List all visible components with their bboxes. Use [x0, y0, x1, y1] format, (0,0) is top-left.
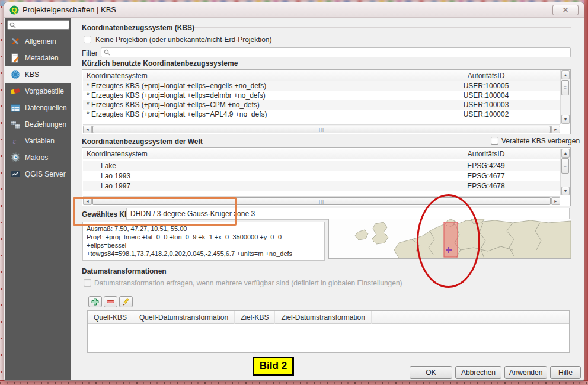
- table-icon: [10, 102, 21, 113]
- sidebar-item-datenquellen[interactable]: Datenquellen: [5, 100, 71, 116]
- search-icon: [104, 49, 110, 56]
- pencil-icon: [122, 298, 130, 306]
- sidebar-item-label: Variablen: [25, 137, 55, 145]
- sidebar-item-label: Makros: [25, 153, 48, 162]
- crs-proj4-line2: +towgs84=598.1,73.7,418.2,0.202,0.045,-2…: [87, 249, 321, 258]
- tools-icon: [10, 36, 21, 47]
- sidebar-item-label: Allgemein: [25, 37, 56, 46]
- sidebar-item-variablen[interactable]: ε Variablen: [5, 133, 71, 149]
- sidebar-item-allgemein[interactable]: Allgemein: [5, 33, 71, 50]
- column-header-source-transform[interactable]: Quell-Datumstransformation: [133, 311, 235, 324]
- ask-datum-checkbox[interactable]: [84, 279, 91, 287]
- scroll-right-icon[interactable]: ►: [551, 197, 560, 205]
- document-pencil-icon: [10, 53, 21, 63]
- scroll-down-icon[interactable]: ▼: [561, 115, 570, 124]
- edit-transformation-button[interactable]: [119, 296, 133, 307]
- world-crs-title: Koordinatenbezugssystem der Welt: [82, 137, 203, 146]
- column-header-system[interactable]: Koordinatensystem: [83, 150, 412, 158]
- sidebar-item-label: QGIS Server: [25, 170, 66, 178]
- sidebar-search-input[interactable]: [7, 20, 69, 30]
- sidebar: Allgemein Metadaten KBS: [5, 18, 71, 380]
- background-statusbar: [0, 380, 588, 385]
- crs-group-title: Koordinatenbezugssystem (KBS): [82, 24, 194, 32]
- add-transformation-button[interactable]: [88, 296, 102, 307]
- scroll-up-icon[interactable]: ▲: [561, 149, 570, 158]
- scroll-down-icon[interactable]: ▼: [561, 187, 570, 195]
- sidebar-item-label: KBS: [25, 70, 39, 79]
- sidebar-item-label: Beziehungen: [25, 120, 66, 129]
- column-header-system[interactable]: Koordinatensystem: [83, 72, 412, 80]
- datum-group-title: Datumstransformationen: [82, 267, 167, 275]
- annotation-orange-rectangle: [73, 197, 237, 226]
- close-button[interactable]: ✕: [552, 5, 579, 15]
- no-projection-checkbox[interactable]: [84, 36, 91, 43]
- table-row[interactable]: * Erzeugtes KBS (+proj=longlat +ellps=CP…: [83, 100, 560, 110]
- svg-text:ε: ε: [13, 137, 17, 146]
- search-icon: [9, 22, 16, 28]
- background-right-edge: [584, 0, 588, 385]
- apply-button[interactable]: Anwenden: [504, 366, 547, 379]
- table-row[interactable]: Lao 1993 EPSG:4677: [83, 171, 560, 181]
- sidebar-item-label: Metadaten: [25, 54, 59, 62]
- titlebar[interactable]: Q Projekteigenschaften | KBS ✕: [4, 2, 584, 18]
- recent-crs-title: Kürzlich benutzte Koordinatenbezugssyste…: [82, 59, 238, 68]
- sidebar-item-vorgabestile[interactable]: Vorgabestile: [5, 83, 71, 100]
- sidebar-item-beziehungen[interactable]: Beziehungen: [5, 116, 71, 133]
- remove-transformation-button[interactable]: [104, 296, 117, 307]
- hide-deprecated-label: Veraltete KBS verbergen: [501, 137, 580, 145]
- annotation-red-ellipse: [417, 194, 480, 288]
- styles-icon: [10, 86, 21, 97]
- column-header-authority[interactable]: AutoritätsID: [412, 72, 560, 80]
- scrollbar-thumb[interactable]: |||: [92, 126, 551, 133]
- minus-icon: [107, 300, 114, 303]
- horizontal-scrollbar[interactable]: ◄ ||| ►: [83, 124, 560, 133]
- datum-group-line: [176, 271, 571, 271]
- screenshot-root: Q Projekteigenschaften | KBS ✕ Allgemein: [0, 0, 588, 385]
- qgis-logo-icon: Q: [9, 5, 19, 15]
- ask-datum-label: Datumstransformation erfragen, wenn mehr…: [94, 279, 402, 287]
- svg-text:Q: Q: [11, 7, 17, 14]
- sidebar-item-kbs[interactable]: KBS: [5, 66, 71, 83]
- datum-table-header: Quell-KBS Quell-Datumstransformation Zie…: [88, 311, 569, 324]
- vertical-scrollbar[interactable]: ▲ ≡ ▼: [560, 70, 570, 124]
- server-icon: [10, 169, 21, 179]
- table-row[interactable]: * Erzeugtes KBS (+proj=longlat +ellps=AP…: [83, 110, 560, 119]
- sidebar-item-label: Vorgabestile: [25, 87, 64, 95]
- scroll-right-icon[interactable]: ►: [551, 126, 560, 133]
- crs-proj4-line1: Proj4: +proj=tmerc +lat_0=0 +lon_0=9 +k=…: [87, 233, 321, 249]
- scrollbar-thumb[interactable]: ≡: [561, 158, 569, 174]
- table-row[interactable]: * Erzeugtes KBS (+proj=longlat +ellps=en…: [83, 81, 560, 91]
- crs-extent: Ausmaß: 7.50, 47.27, 10.51, 55.00: [87, 224, 321, 233]
- world-table-header[interactable]: Koordinatensystem AutoritätsID: [83, 149, 560, 159]
- sidebar-item-metadaten[interactable]: Metadaten: [5, 50, 71, 66]
- table-row[interactable]: Lao 1997 EPSG:4678: [83, 181, 560, 191]
- relations-icon: [10, 119, 21, 130]
- vertical-scrollbar[interactable]: ▲ ≡ ▼: [560, 149, 570, 195]
- table-row[interactable]: Lake EPSG:4249: [83, 161, 560, 171]
- crs-details-box: Ausmaß: 7.50, 47.27, 10.51, 55.00 Proj4:…: [82, 222, 325, 261]
- epsilon-icon: ε: [10, 136, 21, 146]
- help-button[interactable]: Hilfe: [550, 366, 581, 379]
- sidebar-item-qgis-server[interactable]: QGIS Server: [5, 166, 71, 182]
- filter-label: Filter: [82, 49, 98, 57]
- column-header-target-crs[interactable]: Ziel-KBS: [235, 311, 275, 324]
- cancel-button[interactable]: Abbrechen: [455, 366, 501, 379]
- scrollbar-thumb[interactable]: ≡: [561, 80, 569, 95]
- window-title: Projekteigenschaften | KBS: [23, 5, 116, 14]
- table-row[interactable]: * Erzeugtes KBS (+proj=longlat +ellps=de…: [83, 91, 560, 100]
- sidebar-item-label: Datenquellen: [25, 104, 67, 112]
- sidebar-item-makros[interactable]: Makros: [5, 149, 71, 166]
- column-header-target-transform[interactable]: Ziel-Datumstransformation: [275, 311, 371, 324]
- filter-input[interactable]: [101, 47, 571, 57]
- annotation-image-label: Bild 2: [253, 357, 294, 376]
- recent-table-header[interactable]: Koordinatensystem AutoritätsID: [83, 70, 560, 81]
- scroll-up-icon[interactable]: ▲: [561, 70, 570, 79]
- column-header-authority[interactable]: AutoritätsID: [412, 150, 560, 158]
- no-projection-label: Keine Projektion (oder unbekannte/nicht-…: [95, 36, 272, 44]
- gear-play-icon: [10, 152, 21, 163]
- ok-button[interactable]: OK: [410, 366, 452, 379]
- hide-deprecated-checkbox[interactable]: [491, 137, 498, 145]
- globe-icon: [10, 69, 21, 80]
- column-header-source-crs[interactable]: Quell-KBS: [88, 311, 133, 324]
- scroll-left-icon[interactable]: ◄: [83, 126, 92, 133]
